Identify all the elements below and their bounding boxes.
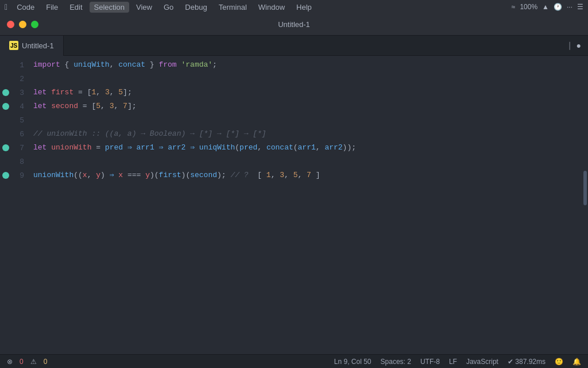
result-3: 3 (280, 168, 284, 182)
arrow-4: ⇒ (110, 168, 114, 182)
error-icon: ⊗ (7, 358, 13, 366)
close-button[interactable] (7, 21, 14, 28)
code-line-7: let unionWith = pred ⇒ arr1 ⇒ arr2 ⇒ uni… (29, 141, 582, 155)
keyword-let-2: let (33, 99, 47, 113)
num-7: 7 (123, 99, 127, 113)
menu-terminal[interactable]: Terminal (214, 2, 252, 13)
fn-pred: pred (105, 141, 123, 155)
split-editor-icon[interactable]: ⎹ (563, 41, 570, 51)
var-first: first (51, 86, 74, 99)
fn-call-unionwith: unionWith (33, 168, 74, 182)
fn-uniqwith: uniqWith (74, 58, 109, 72)
op-tripleq: === (127, 168, 141, 182)
menu-view[interactable]: View (131, 2, 157, 13)
more-icon: ··· (567, 3, 572, 11)
breakpoint-4 (2, 103, 9, 110)
num-5b: 5 (96, 99, 100, 113)
breakpoint-3 (2, 89, 9, 96)
gutter-line-6: 6 (0, 127, 29, 141)
gutter-line-8: 8 (0, 155, 29, 168)
js-icon: JS (9, 41, 18, 50)
arrow-2: ⇒ (159, 141, 164, 155)
keyword-from: from (158, 58, 176, 72)
param-x: x (83, 168, 87, 182)
apple-icon:  (5, 2, 7, 12)
menu-help[interactable]: Help (292, 2, 316, 13)
smiley-icon: 🙂 (555, 358, 563, 366)
fn-arr2: arr2 (168, 141, 185, 155)
var-second: second (51, 99, 78, 113)
code-line-3: let first = [ 1 , 3 , 5 ]; (29, 86, 582, 99)
wifi-icon: ≈ (512, 3, 516, 11)
fn-concat2: concat (266, 141, 293, 155)
menubar-right: ≈ 100% ▲ 🕐 ··· ☰ (512, 3, 583, 11)
spaces-indicator[interactable]: Spaces: 2 (381, 358, 411, 366)
titlebar: Untitled-1 (0, 14, 588, 36)
param-arr1: arr1 (298, 141, 316, 155)
fn-concat: concat (118, 58, 145, 72)
minimize-button[interactable] (19, 21, 26, 28)
menu-window[interactable]: Window (254, 2, 289, 13)
menu-selection[interactable]: Selection (90, 2, 129, 13)
menu-icon: ☰ (577, 3, 583, 11)
encoding-indicator[interactable]: UTF-8 (420, 358, 440, 366)
menu-file[interactable]: File (41, 2, 63, 13)
menu-debug[interactable]: Debug (180, 2, 211, 13)
code-content[interactable]: import { uniqWith , concat } from 'ramda… (29, 56, 582, 354)
code-line-8 (29, 155, 582, 168)
line-gutter: 1 2 3 4 5 6 7 8 9 (0, 56, 29, 354)
tab-untitled1[interactable]: JS Untitled-1 (0, 36, 64, 56)
breakpoint-7 (2, 144, 9, 151)
code-line-5 (29, 113, 582, 127)
scrollbar-thumb[interactable] (583, 171, 587, 205)
breakpoint-9 (2, 172, 9, 179)
error-count: 0 (20, 358, 24, 366)
timing-indicator: ✔ 387.92ms (508, 358, 546, 366)
scrollbar[interactable] (582, 56, 588, 354)
gutter-line-1: 1 (0, 58, 29, 72)
arrow-1: ⇒ (127, 141, 132, 155)
fn-arr1: arr1 (137, 141, 154, 155)
comment-type-sig: // unionWith :: ((a, a) → Boolean) → [*]… (33, 127, 266, 141)
warning-icon: ⚠ (30, 358, 37, 366)
notification-icon: 🔔 (572, 358, 581, 366)
tabbar: JS Untitled-1 ⎹ ● (0, 36, 588, 56)
keyword-let-1: let (33, 86, 47, 99)
window-title: Untitled-1 (278, 20, 310, 29)
gutter-line-2: 2 (0, 72, 29, 86)
keyword-import: import (33, 58, 60, 72)
code-line-1: import { uniqWith , concat } from 'ramda… (29, 58, 582, 72)
battery-icon: ▲ (542, 3, 549, 11)
clock-icon: 🕐 (554, 3, 562, 11)
code-line-6: // unionWith :: ((a, a) → Boolean) → [*]… (29, 127, 582, 141)
param-y: y (96, 168, 100, 182)
code-line-4: let second = [ 5 , 3 , 7 ]; (29, 99, 582, 113)
num-3: 3 (105, 86, 110, 99)
menu-code[interactable]: Code (12, 2, 39, 13)
call-y: y (145, 168, 150, 182)
menu-edit[interactable]: Edit (65, 2, 87, 13)
warning-count: 0 (44, 358, 48, 366)
param-pred: pred (239, 141, 257, 155)
param-arr2: arr2 (324, 141, 342, 155)
keyword-let-3: let (33, 141, 47, 155)
tab-label: Untitled-1 (22, 41, 54, 50)
gutter-line-9: 9 (0, 168, 29, 182)
gutter-line-4: 4 (0, 99, 29, 113)
language-indicator[interactable]: JavaScript (466, 358, 498, 366)
menu-go[interactable]: Go (159, 2, 178, 13)
maximize-button[interactable] (31, 21, 38, 28)
statusbar: ⊗ 0 ⚠ 0 Ln 9, Col 50 Spaces: 2 UTF-8 LF … (0, 354, 588, 368)
comment-result: // ? (226, 168, 253, 182)
call-first: first (159, 168, 181, 182)
var-unionwith: unionWith (51, 141, 91, 155)
num-5: 5 (118, 86, 123, 99)
call-x: x (118, 168, 123, 182)
fn-uniqwith2: uniqWith (199, 141, 235, 155)
cursor-position[interactable]: Ln 9, Col 50 (334, 358, 372, 366)
line-ending-indicator[interactable]: LF (449, 358, 457, 366)
menubar:  Code File Edit Selection View Go Debug… (0, 0, 588, 14)
tabbar-right: ⎹ ● (563, 41, 581, 51)
window-controls (7, 21, 38, 28)
num-3b: 3 (110, 99, 114, 113)
